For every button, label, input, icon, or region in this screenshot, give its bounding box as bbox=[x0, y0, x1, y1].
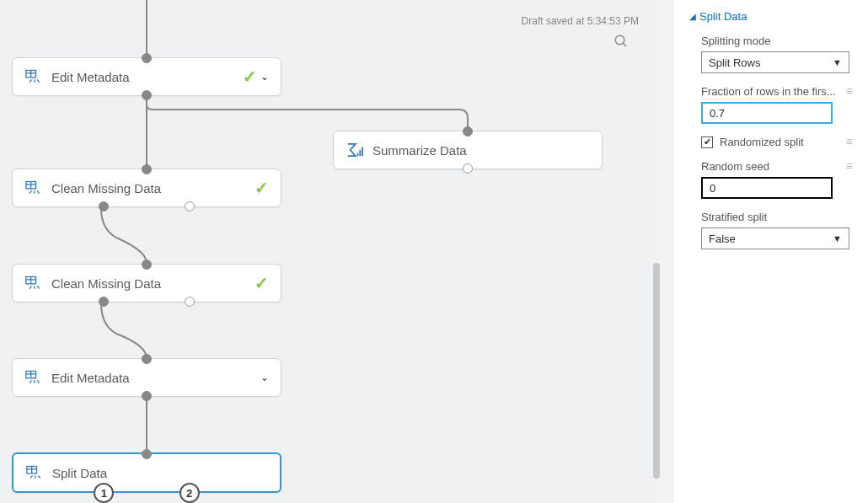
field-label: Random seed bbox=[701, 160, 769, 173]
field-label: Stratified split bbox=[701, 211, 853, 223]
input-port[interactable] bbox=[142, 53, 152, 63]
module-label: Clean Missing Data bbox=[43, 276, 255, 291]
field-stratified: Stratified split False ▼ bbox=[689, 211, 853, 249]
select-value: Split Rows bbox=[709, 56, 760, 69]
menu-icon[interactable]: ≡ bbox=[846, 164, 853, 169]
module-label: Split Data bbox=[44, 466, 268, 480]
input-port[interactable] bbox=[463, 126, 473, 136]
module-label: Edit Metadata bbox=[43, 70, 243, 84]
input-port[interactable] bbox=[142, 260, 152, 270]
stratified-select[interactable]: False ▼ bbox=[701, 227, 849, 249]
output-port-2[interactable]: 2 bbox=[179, 483, 200, 503]
output-port[interactable] bbox=[142, 391, 152, 401]
input-value: 0.7 bbox=[710, 107, 725, 120]
properties-panel: ◢ Split Data Splitting mode Split Rows ▼… bbox=[674, 0, 868, 503]
input-port[interactable] bbox=[142, 449, 152, 459]
random-seed-input[interactable]: 0 bbox=[701, 177, 833, 199]
output-port-1[interactable] bbox=[99, 201, 109, 211]
module-clean-missing-2[interactable]: Clean Missing Data ✓ bbox=[12, 264, 281, 302]
input-port[interactable] bbox=[142, 354, 152, 364]
svg-line-1 bbox=[623, 43, 626, 46]
output-port[interactable] bbox=[463, 163, 473, 174]
table-icon bbox=[25, 465, 44, 480]
module-edit-metadata-2[interactable]: Edit Metadata ⌄ bbox=[12, 358, 281, 397]
check-icon: ✔ bbox=[704, 136, 711, 147]
check-icon: ✓ bbox=[255, 275, 269, 292]
table-icon bbox=[24, 69, 43, 84]
module-edit-metadata-1[interactable]: Edit Metadata ✓ ⌄ bbox=[12, 57, 281, 96]
draft-saved-status: Draft saved at 5:34:53 PM bbox=[522, 15, 639, 27]
fraction-input[interactable]: 0.7 bbox=[701, 102, 833, 124]
field-label: Splitting mode bbox=[701, 35, 853, 47]
output-port-2[interactable] bbox=[185, 297, 195, 307]
field-label: Fraction of rows in the firs... bbox=[701, 85, 836, 98]
chevron-down-icon[interactable]: ⌄ bbox=[260, 372, 269, 383]
module-clean-missing-1[interactable]: Clean Missing Data ✓ bbox=[12, 169, 281, 207]
check-icon: ✓ bbox=[243, 68, 257, 85]
field-randomized: ✔ Randomized split ≡ bbox=[689, 136, 853, 148]
collapse-arrow-icon: ◢ bbox=[689, 12, 696, 21]
panel-title-text: Split Data bbox=[699, 10, 747, 23]
chevron-down-icon: ▼ bbox=[833, 57, 842, 67]
output-port[interactable] bbox=[142, 90, 152, 100]
field-fraction: Fraction of rows in the firs... ≡ 0.7 bbox=[689, 85, 853, 124]
menu-icon[interactable]: ≡ bbox=[846, 89, 853, 94]
scrollbar[interactable] bbox=[653, 263, 660, 479]
svg-point-0 bbox=[615, 35, 624, 45]
input-port[interactable] bbox=[142, 164, 152, 174]
output-port-2[interactable] bbox=[185, 201, 195, 211]
output-port-1[interactable] bbox=[99, 297, 109, 307]
experiment-canvas[interactable]: Draft saved at 5:34:53 PM Edit Metadata … bbox=[0, 0, 657, 503]
select-value: False bbox=[709, 233, 736, 245]
module-label: Summarize Data bbox=[364, 143, 590, 158]
module-label: Clean Missing Data bbox=[43, 181, 255, 195]
field-label: Randomized split bbox=[720, 136, 804, 148]
field-splitting-mode: Splitting mode Split Rows ▼ bbox=[689, 35, 853, 73]
search-icon[interactable] bbox=[613, 34, 629, 51]
check-icon: ✓ bbox=[255, 179, 269, 196]
table-icon bbox=[24, 370, 43, 385]
chevron-down-icon[interactable]: ⌄ bbox=[260, 71, 269, 83]
sigma-icon bbox=[346, 142, 364, 158]
output-port-1[interactable]: 1 bbox=[94, 483, 114, 503]
table-icon bbox=[24, 180, 43, 195]
splitting-mode-select[interactable]: Split Rows ▼ bbox=[701, 51, 849, 73]
chevron-down-icon: ▼ bbox=[833, 233, 842, 243]
module-split-data[interactable]: Split Data 1 2 bbox=[12, 452, 281, 493]
module-label: Edit Metadata bbox=[43, 371, 260, 385]
menu-icon[interactable]: ≡ bbox=[846, 140, 853, 145]
panel-title[interactable]: ◢ Split Data bbox=[689, 10, 853, 23]
table-icon bbox=[24, 276, 43, 291]
module-summarize-data[interactable]: Summarize Data bbox=[333, 131, 603, 169]
input-value: 0 bbox=[710, 182, 715, 195]
randomized-checkbox[interactable]: ✔ bbox=[701, 136, 713, 148]
field-random-seed: Random seed ≡ 0 bbox=[689, 160, 853, 199]
